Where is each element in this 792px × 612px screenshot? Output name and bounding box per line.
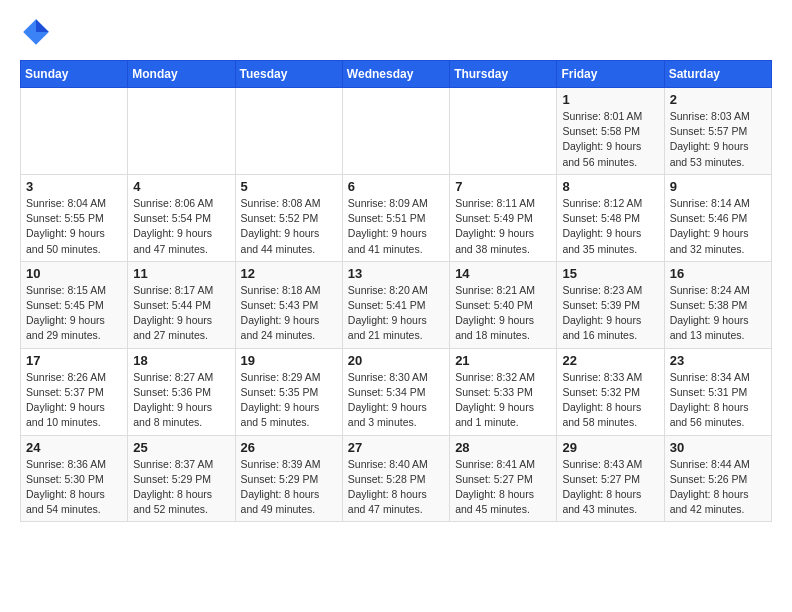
day-cell: 25Sunrise: 8:37 AMSunset: 5:29 PMDayligh… — [128, 435, 235, 522]
logo — [20, 16, 58, 48]
day-number: 10 — [26, 266, 122, 281]
header — [20, 16, 772, 48]
day-number: 27 — [348, 440, 444, 455]
day-cell: 12Sunrise: 8:18 AMSunset: 5:43 PMDayligh… — [235, 261, 342, 348]
day-info: Sunrise: 8:30 AMSunset: 5:34 PMDaylight:… — [348, 370, 444, 431]
day-info: Sunrise: 8:12 AMSunset: 5:48 PMDaylight:… — [562, 196, 658, 257]
week-row-2: 10Sunrise: 8:15 AMSunset: 5:45 PMDayligh… — [21, 261, 772, 348]
day-info: Sunrise: 8:37 AMSunset: 5:29 PMDaylight:… — [133, 457, 229, 518]
day-cell: 23Sunrise: 8:34 AMSunset: 5:31 PMDayligh… — [664, 348, 771, 435]
day-cell: 28Sunrise: 8:41 AMSunset: 5:27 PMDayligh… — [450, 435, 557, 522]
day-cell: 26Sunrise: 8:39 AMSunset: 5:29 PMDayligh… — [235, 435, 342, 522]
day-info: Sunrise: 8:29 AMSunset: 5:35 PMDaylight:… — [241, 370, 337, 431]
calendar-table: SundayMondayTuesdayWednesdayThursdayFrid… — [20, 60, 772, 522]
day-number: 19 — [241, 353, 337, 368]
day-number: 17 — [26, 353, 122, 368]
day-info: Sunrise: 8:06 AMSunset: 5:54 PMDaylight:… — [133, 196, 229, 257]
day-cell: 13Sunrise: 8:20 AMSunset: 5:41 PMDayligh… — [342, 261, 449, 348]
day-info: Sunrise: 8:14 AMSunset: 5:46 PMDaylight:… — [670, 196, 766, 257]
week-row-4: 24Sunrise: 8:36 AMSunset: 5:30 PMDayligh… — [21, 435, 772, 522]
day-info: Sunrise: 8:08 AMSunset: 5:52 PMDaylight:… — [241, 196, 337, 257]
day-cell: 20Sunrise: 8:30 AMSunset: 5:34 PMDayligh… — [342, 348, 449, 435]
day-cell — [128, 88, 235, 175]
day-number: 28 — [455, 440, 551, 455]
day-info: Sunrise: 8:04 AMSunset: 5:55 PMDaylight:… — [26, 196, 122, 257]
day-number: 20 — [348, 353, 444, 368]
day-cell: 6Sunrise: 8:09 AMSunset: 5:51 PMDaylight… — [342, 174, 449, 261]
day-number: 22 — [562, 353, 658, 368]
day-info: Sunrise: 8:44 AMSunset: 5:26 PMDaylight:… — [670, 457, 766, 518]
day-number: 3 — [26, 179, 122, 194]
day-info: Sunrise: 8:27 AMSunset: 5:36 PMDaylight:… — [133, 370, 229, 431]
day-cell: 8Sunrise: 8:12 AMSunset: 5:48 PMDaylight… — [557, 174, 664, 261]
day-cell: 4Sunrise: 8:06 AMSunset: 5:54 PMDaylight… — [128, 174, 235, 261]
day-info: Sunrise: 8:17 AMSunset: 5:44 PMDaylight:… — [133, 283, 229, 344]
day-cell — [235, 88, 342, 175]
day-number: 30 — [670, 440, 766, 455]
weekday-header-wednesday: Wednesday — [342, 61, 449, 88]
day-number: 24 — [26, 440, 122, 455]
week-row-1: 3Sunrise: 8:04 AMSunset: 5:55 PMDaylight… — [21, 174, 772, 261]
day-info: Sunrise: 8:34 AMSunset: 5:31 PMDaylight:… — [670, 370, 766, 431]
day-cell — [450, 88, 557, 175]
weekday-header-row: SundayMondayTuesdayWednesdayThursdayFrid… — [21, 61, 772, 88]
day-cell: 17Sunrise: 8:26 AMSunset: 5:37 PMDayligh… — [21, 348, 128, 435]
day-info: Sunrise: 8:01 AMSunset: 5:58 PMDaylight:… — [562, 109, 658, 170]
day-cell: 22Sunrise: 8:33 AMSunset: 5:32 PMDayligh… — [557, 348, 664, 435]
day-info: Sunrise: 8:24 AMSunset: 5:38 PMDaylight:… — [670, 283, 766, 344]
day-cell: 27Sunrise: 8:40 AMSunset: 5:28 PMDayligh… — [342, 435, 449, 522]
day-cell: 18Sunrise: 8:27 AMSunset: 5:36 PMDayligh… — [128, 348, 235, 435]
day-number: 2 — [670, 92, 766, 107]
day-number: 21 — [455, 353, 551, 368]
day-number: 26 — [241, 440, 337, 455]
day-info: Sunrise: 8:40 AMSunset: 5:28 PMDaylight:… — [348, 457, 444, 518]
day-cell: 21Sunrise: 8:32 AMSunset: 5:33 PMDayligh… — [450, 348, 557, 435]
page: SundayMondayTuesdayWednesdayThursdayFrid… — [0, 0, 792, 538]
day-number: 29 — [562, 440, 658, 455]
day-info: Sunrise: 8:18 AMSunset: 5:43 PMDaylight:… — [241, 283, 337, 344]
weekday-header-saturday: Saturday — [664, 61, 771, 88]
day-number: 8 — [562, 179, 658, 194]
day-number: 12 — [241, 266, 337, 281]
day-info: Sunrise: 8:39 AMSunset: 5:29 PMDaylight:… — [241, 457, 337, 518]
day-number: 11 — [133, 266, 229, 281]
day-info: Sunrise: 8:41 AMSunset: 5:27 PMDaylight:… — [455, 457, 551, 518]
day-cell: 11Sunrise: 8:17 AMSunset: 5:44 PMDayligh… — [128, 261, 235, 348]
day-cell: 30Sunrise: 8:44 AMSunset: 5:26 PMDayligh… — [664, 435, 771, 522]
day-cell: 29Sunrise: 8:43 AMSunset: 5:27 PMDayligh… — [557, 435, 664, 522]
day-info: Sunrise: 8:32 AMSunset: 5:33 PMDaylight:… — [455, 370, 551, 431]
day-cell: 15Sunrise: 8:23 AMSunset: 5:39 PMDayligh… — [557, 261, 664, 348]
day-cell: 2Sunrise: 8:03 AMSunset: 5:57 PMDaylight… — [664, 88, 771, 175]
day-info: Sunrise: 8:43 AMSunset: 5:27 PMDaylight:… — [562, 457, 658, 518]
weekday-header-sunday: Sunday — [21, 61, 128, 88]
day-number: 25 — [133, 440, 229, 455]
svg-marker-1 — [36, 19, 49, 32]
day-info: Sunrise: 8:15 AMSunset: 5:45 PMDaylight:… — [26, 283, 122, 344]
day-number: 23 — [670, 353, 766, 368]
day-info: Sunrise: 8:23 AMSunset: 5:39 PMDaylight:… — [562, 283, 658, 344]
day-info: Sunrise: 8:20 AMSunset: 5:41 PMDaylight:… — [348, 283, 444, 344]
day-number: 1 — [562, 92, 658, 107]
day-cell: 9Sunrise: 8:14 AMSunset: 5:46 PMDaylight… — [664, 174, 771, 261]
weekday-header-monday: Monday — [128, 61, 235, 88]
day-cell: 24Sunrise: 8:36 AMSunset: 5:30 PMDayligh… — [21, 435, 128, 522]
day-cell — [21, 88, 128, 175]
day-cell: 19Sunrise: 8:29 AMSunset: 5:35 PMDayligh… — [235, 348, 342, 435]
day-number: 6 — [348, 179, 444, 194]
day-cell: 16Sunrise: 8:24 AMSunset: 5:38 PMDayligh… — [664, 261, 771, 348]
day-cell: 7Sunrise: 8:11 AMSunset: 5:49 PMDaylight… — [450, 174, 557, 261]
weekday-header-thursday: Thursday — [450, 61, 557, 88]
day-info: Sunrise: 8:09 AMSunset: 5:51 PMDaylight:… — [348, 196, 444, 257]
day-info: Sunrise: 8:33 AMSunset: 5:32 PMDaylight:… — [562, 370, 658, 431]
day-number: 13 — [348, 266, 444, 281]
day-cell: 10Sunrise: 8:15 AMSunset: 5:45 PMDayligh… — [21, 261, 128, 348]
day-info: Sunrise: 8:36 AMSunset: 5:30 PMDaylight:… — [26, 457, 122, 518]
day-cell: 5Sunrise: 8:08 AMSunset: 5:52 PMDaylight… — [235, 174, 342, 261]
day-cell: 1Sunrise: 8:01 AMSunset: 5:58 PMDaylight… — [557, 88, 664, 175]
day-info: Sunrise: 8:21 AMSunset: 5:40 PMDaylight:… — [455, 283, 551, 344]
logo-icon — [20, 16, 52, 48]
day-cell — [342, 88, 449, 175]
day-number: 14 — [455, 266, 551, 281]
day-number: 18 — [133, 353, 229, 368]
day-number: 15 — [562, 266, 658, 281]
